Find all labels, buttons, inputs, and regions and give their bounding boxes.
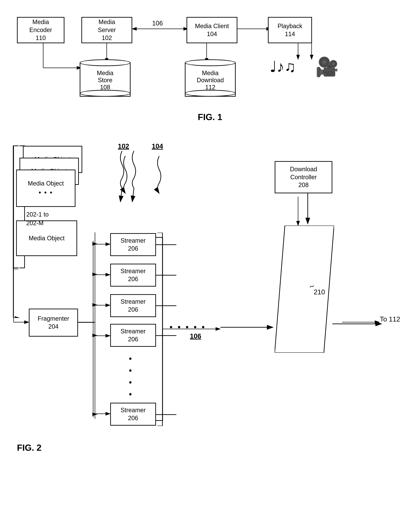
fragmenter-box: Fragmenter 204 [29,309,78,337]
shape-210-label: 210 [314,288,325,296]
playback-label: Playback 114 [278,22,302,38]
streamer-box-3: Streamer 206 [110,294,156,317]
media-client-label: Media Client 104 [195,22,229,38]
media-download-label: Media Download 112 [197,68,224,91]
streamer-label-5: Streamer 206 [120,406,146,422]
fragmenter-label: Fragmenter 204 [38,315,69,331]
media-object-box-3: Media Object • • • [16,170,75,207]
media-encoder-box: Media Encoder 110 [17,17,64,43]
media-server-box: Media Server 102 [81,17,132,43]
media-object-label-4: Media Object [29,235,65,242]
media-download-cylinder: Media Download 112 [185,59,236,97]
media-server-label: Media Server 102 [98,18,116,42]
streamer-label-2: Streamer 206 [120,267,146,283]
film-reel-icon: 🎥 [315,56,339,78]
streamer-label-4: Streamer 206 [120,327,146,343]
download-controller-label: Download Controller 208 [290,165,317,189]
page: 106 Media Encoder 110 Media Server 102 M… [0,0,420,526]
range-label: 202-1 to 202-M [26,202,49,227]
fig1-diagram: 106 Media Encoder 110 Media Server 102 M… [7,7,413,122]
ellipsis-dots: • • • [39,188,53,197]
streamer-label-3: Streamer 206 [120,298,146,314]
network-dots: • • • • • [170,322,206,332]
ref-102-label: 102 [118,142,129,150]
fragmenter-to-vline [78,322,95,323]
svg-text:106: 106 [152,20,163,27]
fig2-diagram: 102 104 Media Object Media Object Media … [7,136,413,458]
media-object-label-3: Media Object [28,180,64,187]
svg-marker-26 [275,225,334,353]
streamer-box-1: Streamer 206 [110,233,156,256]
media-store-label: Media Store 108 [97,68,113,91]
streamer-label-1: Streamer 206 [120,237,146,253]
download-controller-box: Download Controller 208 [275,161,332,193]
fig2-title: FIG. 2 [17,443,41,453]
streamer-box-4: Streamer 206 [110,324,156,347]
streamer-dots: •••• [129,353,132,400]
streamer-box-2: Streamer 206 [110,264,156,287]
media-encoder-label: Media Encoder 110 [29,18,52,42]
network-106-label: 106 [190,332,201,340]
streamer-box-5: Streamer 206 [110,403,156,426]
fig1-title: FIG. 1 [7,112,413,122]
playback-box: Playback 114 [268,17,312,43]
parallelogram-210 [275,225,334,353]
ref-104-label: 104 [152,142,163,150]
media-store-cylinder: Media Store 108 [80,59,130,97]
music-notes-icon: ♩♪♫ [270,58,296,75]
media-client-box: Media Client 104 [187,17,237,43]
